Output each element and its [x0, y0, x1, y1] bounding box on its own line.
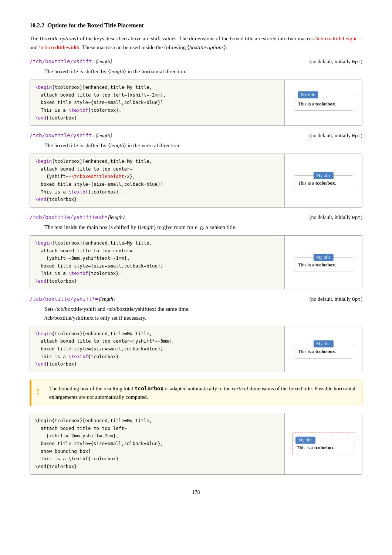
- key-xshift-line: /tcb/boxtitle/xshift=⟨length⟩ (no defaul…: [30, 58, 362, 65]
- intro-paragraph: The ⟨boxtitle options⟩ of the keys descr…: [30, 34, 362, 52]
- preview-xshift: My title This is a tcolorbox.: [284, 80, 362, 125]
- code-yshifttext: \begin{tcolorbox}[enhanced,title=My titl…: [30, 236, 284, 289]
- tcb-preview-text-final: This is a tcolorbox.: [297, 444, 350, 451]
- section-header: 10.2.2 Options for the Boxed Title Place…: [30, 22, 362, 29]
- section-number: 10.2.2: [30, 22, 44, 28]
- key-yshifttext-prefix: /tcb/boxtitle/yshifttext=: [30, 214, 108, 220]
- key-yshiftstar-line: /tcb/boxtitle/yshift*=⟨length⟩ (no defau…: [30, 296, 362, 302]
- bounding-box-preview: My title This is a tcolorbox.: [292, 433, 355, 455]
- key-xshift-label: /tcb/boxtitle/xshift=⟨length⟩: [30, 58, 112, 65]
- code-xshift: \begin{tcolorbox}[enhanced,title=My titl…: [30, 80, 284, 125]
- key-yshift-line: /tcb/boxtitle/yshift=⟨length⟩ (no defaul…: [30, 132, 362, 139]
- key-yshiftstar-label: /tcb/boxtitle/yshift*=⟨length⟩: [30, 296, 115, 302]
- code-yshiftstar: \begin{tcolorbox}[enhanced,title=My titl…: [30, 326, 284, 372]
- key-yshiftstar-prefix: /tcb/boxtitle/yshift*=: [30, 296, 98, 302]
- key-xshift-prefix: /tcb/boxtitle/xshift=: [30, 58, 95, 64]
- tcb-preview-text-xshift: This is a tcolorbox.: [298, 100, 349, 108]
- tcb-title-yshifttext: My title: [313, 254, 333, 261]
- code-yshift: \begin{tcolorbox}[enhanced,title=My titl…: [30, 154, 284, 207]
- tcb-preview-text-yshifttext: This is a tcolorbox.: [298, 261, 349, 269]
- tcb-preview-xshift: My title This is a tcolorbox.: [294, 95, 353, 111]
- note-text: The bounding box of the resulting total …: [49, 384, 357, 401]
- code-final: \begin{tcolorbox}[enhanced,title=My titl…: [30, 413, 284, 474]
- macro2: \tcboxedtitlewidth: [39, 44, 79, 50]
- key-yshift-prefix: /tcb/boxtitle/yshift=: [30, 132, 95, 138]
- macro1: \tcboxedtitleheight: [315, 36, 356, 41]
- tcb-title-xshift: My title: [298, 91, 318, 98]
- key-yshifttext-line: /tcb/boxtitle/yshifttext=⟨length⟩ (no de…: [30, 214, 362, 221]
- tcb-title-final: My title: [295, 437, 315, 444]
- key-xshift-default: (no default, initially 0pt): [310, 59, 362, 65]
- key-yshift-angle: ⟨length⟩: [95, 133, 112, 138]
- section-title: 10.2.2 Options for the Boxed Title Place…: [30, 22, 362, 29]
- note-box: ! The bounding box of the resulting tota…: [30, 380, 362, 406]
- key-yshift-default: (no default, initially 0pt): [310, 133, 362, 139]
- key-yshiftstar-angle: ⟨length⟩: [98, 296, 115, 302]
- key-yshiftstar-description: Sets /tcb/boxtitle/yshift and /tcb/boxti…: [44, 305, 362, 322]
- example-final: \begin{tcolorbox}[enhanced,title=My titl…: [30, 413, 362, 474]
- key-yshift-label: /tcb/boxtitle/yshift=⟨length⟩: [30, 132, 112, 139]
- key-yshifttext-angle: ⟨length⟩: [108, 215, 125, 220]
- preview-yshiftstar: My title This is a tcolorbox.: [284, 326, 362, 372]
- tcb-preview-yshifttext: My title This is a tcolorbox.: [294, 253, 353, 272]
- key-yshifttext-label: /tcb/boxtitle/yshifttext=⟨length⟩: [30, 214, 125, 221]
- preview-yshifttext: My title This is a tcolorbox.: [284, 236, 362, 289]
- tcb-title-yshiftstar: My title: [313, 340, 333, 347]
- tcb-preview-yshiftstar: My title This is a tcolorbox.: [294, 339, 353, 359]
- key-yshift-description: The boxed title is shifted by ⟨length⟩ i…: [44, 141, 362, 150]
- example-yshifttext: \begin{tcolorbox}[enhanced,title=My titl…: [30, 235, 362, 289]
- tcb-preview-text-yshift: This is a tcolorbox.: [298, 179, 349, 187]
- key-xshift-angle: ⟨length⟩: [95, 59, 112, 64]
- tcb-title-yshift: My title: [313, 172, 333, 179]
- tcb-preview-yshift: My title This is a tcolorbox.: [294, 171, 353, 190]
- section-title-text: Options for the Boxed Title Placement: [47, 22, 144, 28]
- key-yshifttext-default: (no default, initially 0pt): [310, 215, 362, 221]
- key-xshift-description: The boxed title is shifted by ⟨length⟩ i…: [44, 67, 362, 76]
- key-yshiftstar-default: (no default, initially 0pt): [310, 296, 362, 302]
- preview-yshift: My title This is a tcolorbox.: [284, 154, 362, 207]
- tcb-preview-text-yshiftstar: This is a tcolorbox.: [298, 348, 349, 355]
- tcb-inner-final: My title This is a tcolorbox.: [293, 440, 354, 455]
- key-yshifttext-description: The text inside the main box is shifted …: [44, 223, 362, 232]
- example-yshiftstar: \begin{tcolorbox}[enhanced,title=My titl…: [30, 326, 362, 372]
- page-number: 178: [30, 490, 362, 495]
- example-yshift: \begin{tcolorbox}[enhanced,title=My titl…: [30, 154, 362, 208]
- note-icon: !: [37, 385, 44, 401]
- example-xshift: \begin{tcolorbox}[enhanced,title=My titl…: [30, 80, 362, 126]
- preview-final: My title This is a tcolorbox.: [284, 413, 362, 474]
